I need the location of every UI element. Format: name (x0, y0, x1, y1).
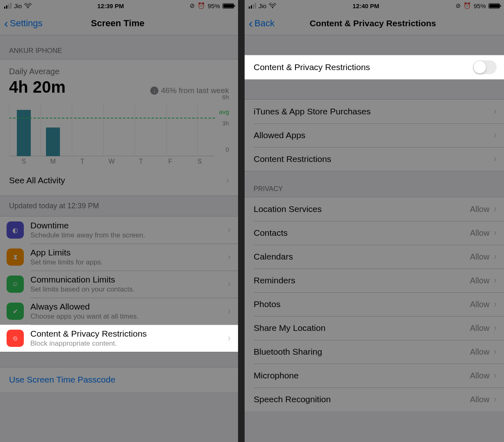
chevron-right-icon: › (494, 394, 497, 405)
dnd-icon: ⊘ (456, 2, 461, 9)
chevron-right-icon: › (494, 251, 497, 262)
chart-bar (17, 110, 31, 156)
option-title: Content & Privacy Restrictions (30, 329, 228, 339)
chevron-right-icon: › (494, 204, 497, 214)
daily-average-block: Daily Average 4h 20m ↓ 46% from last wee… (0, 59, 238, 196)
passcode-link-row[interactable]: Use Screen Time Passcode (0, 367, 238, 392)
row-value: Allow (470, 300, 490, 309)
chevron-right-icon: › (494, 228, 497, 238)
content-icon: ⦸ (7, 330, 24, 347)
alarm-icon: ⏰ (463, 2, 471, 9)
back-label: Back (254, 18, 275, 29)
nav-bar: ‹ Back Content & Privacy Restrictions (245, 11, 504, 35)
daily-average-value: 4h 20m (9, 78, 66, 96)
nav-bar: ‹ Settings Screen Time (0, 11, 238, 35)
chevron-right-icon: › (494, 154, 497, 164)
row-value: Allow (470, 324, 490, 333)
option-title: Communication Limits (30, 275, 228, 285)
back-button[interactable]: ‹ Settings (4, 18, 43, 29)
see-all-activity-label: See All Activity (9, 175, 226, 185)
row-label: Photos (254, 299, 470, 309)
arrow-down-icon: ↓ (150, 87, 158, 95)
privacy-row[interactable]: RemindersAllow› (245, 269, 504, 292)
chevron-right-icon: › (228, 306, 231, 317)
comm-icon: ☺ (7, 276, 24, 293)
chevron-right-icon: › (228, 333, 231, 344)
privacy-row[interactable]: ContactsAllow› (245, 221, 504, 245)
restrictions-toggle-label: Content & Privacy Restrictions (254, 62, 473, 72)
chevron-right-icon: › (494, 130, 497, 141)
row-value: Allow (470, 228, 490, 238)
restriction-row[interactable]: Content Restrictions› (245, 147, 504, 171)
privacy-row[interactable]: CalendarsAllow› (245, 245, 504, 269)
battery-icon (222, 3, 234, 9)
chevron-right-icon: › (494, 323, 497, 333)
wifi-icon (24, 2, 32, 9)
option-subtitle: Set time limits for apps. (30, 258, 228, 267)
row-label: Content Restrictions (254, 154, 494, 164)
option-subtitle: Schedule time away from the screen. (30, 231, 228, 239)
restrictions-toggle-group: Content & Privacy Restrictions (245, 55, 504, 80)
battery-label: 95% (208, 2, 220, 9)
content-privacy-screen: Jio 12:40 PM ⊘ ⏰ 95% ‹ Back Content & Pr… (245, 0, 504, 442)
trend-label: ↓ 46% from last week (150, 86, 229, 95)
row-value: Allow (470, 252, 490, 262)
privacy-group: Location ServicesAllow›ContactsAllow›Cal… (245, 197, 504, 411)
daily-average-label: Daily Average (9, 67, 229, 76)
row-value: Allow (470, 276, 490, 285)
option-comm[interactable]: ☺Communication LimitsSet limits based on… (0, 271, 238, 298)
privacy-row[interactable]: Speech RecognitionAllow› (245, 387, 504, 411)
option-downtime[interactable]: ◐DowntimeSchedule time away from the scr… (0, 216, 238, 244)
status-bar: Jio 12:40 PM ⊘ ⏰ 95% (245, 0, 504, 11)
row-label: Contacts (254, 228, 470, 238)
restrictions-group-1: iTunes & App Store Purchases›Allowed App… (245, 99, 504, 171)
row-value: Allow (470, 205, 490, 214)
row-label: Speech Recognition (254, 394, 470, 404)
wifi-icon (269, 2, 276, 9)
see-all-activity-row[interactable]: See All Activity › (9, 169, 229, 192)
updated-label: Updated today at 12:39 PM (0, 196, 238, 216)
chevron-right-icon: › (226, 175, 229, 186)
privacy-row[interactable]: Share My LocationAllow› (245, 316, 504, 340)
row-label: Location Services (254, 204, 470, 214)
chevron-right-icon: › (494, 346, 497, 357)
restriction-row[interactable]: Allowed Apps› (245, 123, 504, 147)
privacy-row[interactable]: MicrophoneAllow› (245, 364, 504, 387)
row-value: Allow (470, 395, 490, 404)
status-bar: Jio 12:39 PM ⊘ ⏰ 95% (0, 0, 238, 11)
privacy-row[interactable]: Location ServicesAllow› (245, 197, 504, 221)
toggle-switch[interactable] (473, 60, 497, 74)
restriction-row[interactable]: iTunes & App Store Purchases› (245, 100, 504, 123)
downtime-icon: ◐ (7, 221, 24, 239)
battery-label: 95% (474, 2, 486, 9)
privacy-row[interactable]: Bluetooth SharingAllow› (245, 340, 504, 364)
privacy-row[interactable]: PhotosAllow› (245, 292, 504, 316)
passcode-link[interactable]: Use Screen Time Passcode (9, 375, 115, 384)
chevron-right-icon: › (228, 279, 231, 289)
signal-icon (249, 3, 256, 9)
option-subtitle: Block inappropriate content. (30, 339, 228, 348)
carrier-label: Jio (259, 2, 266, 9)
option-title: App Limits (30, 248, 228, 257)
chevron-right-icon: › (494, 106, 497, 117)
device-section-header: ANKUR IPHONE (0, 35, 238, 59)
back-button[interactable]: ‹ Back (249, 18, 275, 29)
restrictions-toggle-row[interactable]: Content & Privacy Restrictions (245, 55, 504, 79)
applimits-icon: ⧗ (7, 248, 24, 266)
option-content[interactable]: ⦸Content & Privacy RestrictionsBlock ina… (0, 325, 238, 352)
row-value: Allow (470, 371, 490, 380)
option-title: Always Allowed (30, 302, 228, 312)
option-applimits[interactable]: ⧗App LimitsSet time limits for apps.› (0, 244, 238, 271)
usage-chart: avg 0 3h 6h SMTWTFS (9, 104, 229, 165)
option-always[interactable]: ✔Always AllowedChoose apps you want at a… (0, 298, 238, 325)
screen-time-screen: Jio 12:39 PM ⊘ ⏰ 95% ‹ Settings Screen T… (0, 0, 238, 442)
option-subtitle: Choose apps you want at all times. (30, 312, 228, 321)
battery-icon (488, 3, 500, 9)
status-time: 12:40 PM (276, 2, 456, 9)
signal-icon (4, 3, 11, 9)
back-label: Settings (10, 18, 43, 29)
row-label: Microphone (254, 371, 470, 380)
dnd-icon: ⊘ (190, 2, 195, 9)
chevron-right-icon: › (228, 225, 231, 235)
chevron-right-icon: › (494, 370, 497, 381)
